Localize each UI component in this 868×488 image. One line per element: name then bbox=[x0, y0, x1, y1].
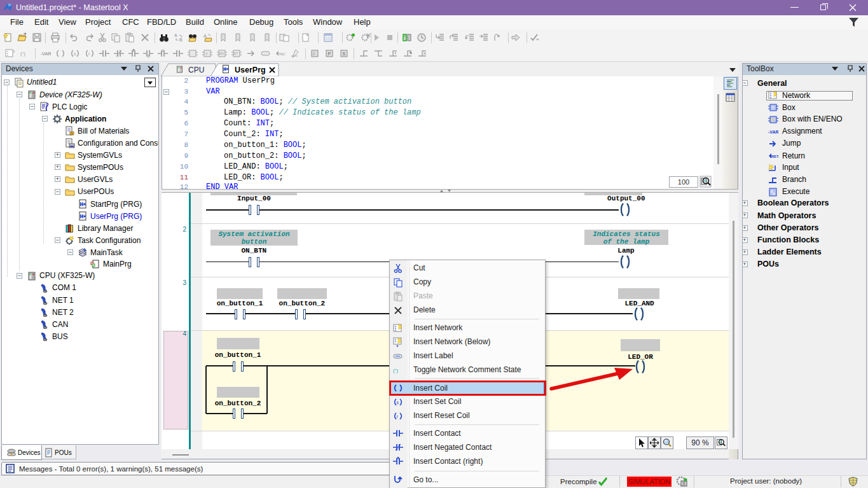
svg-text:-VAR: -VAR bbox=[41, 52, 51, 56]
svg-text:-VAR: -VAR bbox=[768, 130, 778, 134]
svg-text:(“): (“) bbox=[393, 368, 398, 373]
svg-text:(“): (“) bbox=[20, 51, 25, 57]
svg-text:A: A bbox=[174, 33, 177, 38]
svg-text:B: B bbox=[179, 38, 183, 42]
svg-text:E?: E? bbox=[771, 118, 775, 122]
svg-text:r: r bbox=[397, 414, 399, 419]
svg-text:S: S bbox=[343, 52, 346, 56]
svg-text:r: r bbox=[88, 52, 90, 56]
svg-text:E?: E? bbox=[234, 52, 238, 55]
svg-text:P: P bbox=[328, 52, 331, 56]
svg-text:EN: EN bbox=[219, 52, 224, 55]
svg-text:RET: RET bbox=[771, 155, 778, 158]
svg-text:s: s bbox=[397, 400, 399, 405]
svg-text:X: X bbox=[773, 192, 775, 196]
svg-text:?: ? bbox=[771, 106, 774, 110]
svg-text:s: s bbox=[74, 52, 76, 56]
svg-text:/: / bbox=[313, 52, 315, 56]
svg-text:RET: RET bbox=[279, 52, 286, 56]
svg-text:A: A bbox=[203, 34, 207, 38]
